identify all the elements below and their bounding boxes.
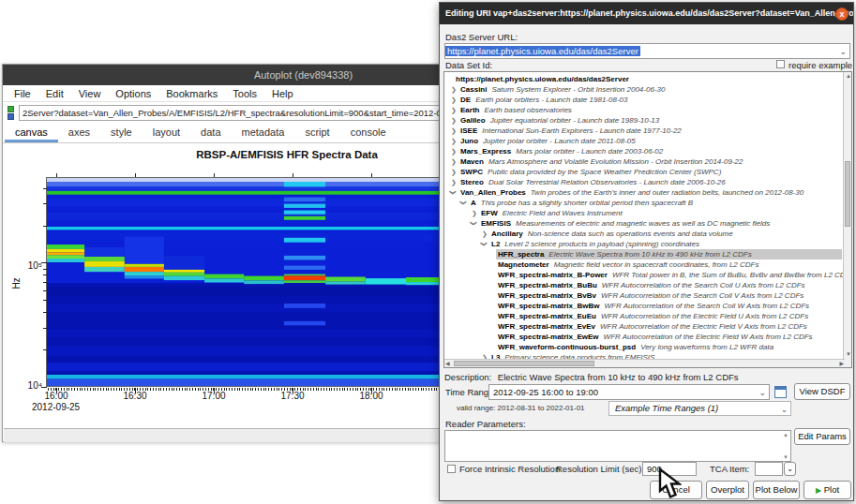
tree-row-mars_express[interactable]: ❯Mars_ExpressMars polar orbiter - Launch…: [444, 146, 851, 156]
tab-axes[interactable]: axes: [58, 124, 100, 142]
vertical-scrollbar-thumb[interactable]: [845, 161, 850, 227]
description-label: Description:: [444, 372, 491, 382]
spinner-up-icon[interactable]: ▲: [783, 432, 788, 437]
menu-edit[interactable]: Edit: [38, 85, 71, 102]
tree-item-description: Public data provided by the Space Weathe…: [483, 168, 721, 176]
tree-row-ancillary[interactable]: ❯AncillaryNon-science data such as opera…: [444, 229, 851, 239]
tab-console[interactable]: console: [340, 124, 397, 142]
edit-params-button[interactable]: Edit Params: [794, 428, 850, 445]
tca-item-label: TCA Item:: [710, 464, 749, 474]
tree-row-wfr_spectral-matrix_bvbv[interactable]: WFR_spectral-matrix_BvBvWFR Autocorrelat…: [444, 290, 851, 301]
tab-canvas[interactable]: canvas: [5, 124, 58, 142]
x-minor-tick: [415, 388, 416, 391]
dataset-tree[interactable]: https://planet.physics.uiowa.edu/das/das…: [443, 71, 852, 368]
tree-collapsed-icon[interactable]: ❯: [472, 208, 477, 218]
tree-collapsed-icon[interactable]: ❯: [451, 126, 457, 136]
tree-row-wfr_spectral-matrix_eueu[interactable]: WFR_spectral-matrix_EuEuWFR Autocorrelat…: [444, 311, 851, 321]
plot-button[interactable]: ▶ Plot: [803, 481, 851, 499]
spinner-down-icon[interactable]: ▼: [783, 454, 788, 460]
tree-row-wfr_waveform-continuous-burst_psd[interactable]: WFR_waveform-continuous-burst_psdVery lo…: [444, 342, 851, 352]
tab-style[interactable]: style: [100, 124, 143, 142]
tree-row-hfr_spectra[interactable]: HFR_spectraElectric Wave Spectra from 10…: [444, 249, 851, 259]
tree-row-juno[interactable]: ❯JunoJupiter polar orbiter - Launch date…: [444, 136, 851, 146]
screen: Autoplot (dev894338) FileEditViewOptions…: [0, 0, 856, 504]
tree-row-stereo[interactable]: ❯StereoDual Solar Terrestrial Relation O…: [444, 177, 851, 187]
tab-script[interactable]: script: [294, 124, 339, 142]
close-icon[interactable]: x: [835, 7, 848, 21]
tree-expanded-icon[interactable]: ❯: [479, 242, 489, 247]
require-example-time-checkbox[interactable]: [776, 60, 785, 68]
tree-row-de[interactable]: ❯DEEarth polar orbiters - Launch date 19…: [444, 95, 851, 105]
play-icon: ▶: [816, 486, 821, 495]
server-url-combo[interactable]: https://planet.physics.uiowa.edu/das/das…: [444, 43, 850, 59]
tree-collapsed-icon[interactable]: ❯: [451, 136, 457, 146]
tree-expanded-icon[interactable]: ❯: [469, 221, 479, 227]
menu-bookmarks[interactable]: Bookmarks: [158, 85, 225, 102]
horizontal-scrollbar-thumb[interactable]: [454, 361, 594, 366]
menu-file[interactable]: File: [7, 85, 38, 102]
tree-row-wfr_spectral-matrix_b-power[interactable]: WFR_spectral-matrix_B-PowerWFR Total pow…: [444, 270, 851, 280]
tree-row-httpsplanetphysicsuiowaedudasdas2server[interactable]: https://planet.physics.uiowa.edu/das/das…: [444, 74, 851, 84]
tree-collapsed-icon[interactable]: ❯: [482, 229, 488, 239]
tree-expanded-icon[interactable]: ❯: [458, 200, 469, 206]
tree-row-cassini[interactable]: ❯CassiniSaturn System Explorer - Orbit I…: [444, 84, 851, 95]
scroll-down-icon[interactable]: ▼: [846, 350, 851, 359]
scroll-right-icon[interactable]: ▶: [839, 360, 844, 368]
menu-options[interactable]: Options: [108, 85, 158, 102]
tree-row-earth[interactable]: ❯EarthEarth based observatories: [444, 105, 851, 115]
tree-row-wfr_spectral-matrix_bwbw[interactable]: WFR_spectral-matrix_BwBwWFR Autocorrelat…: [444, 301, 851, 311]
x-minor-tick: [339, 388, 340, 391]
tree-item-name: EMFISISMeasurements of electric and magn…: [481, 218, 770, 229]
view-dsdf-button[interactable]: View DSDF: [794, 383, 850, 400]
reader-parameters-textarea[interactable]: ▲ ▼: [444, 430, 791, 462]
tree-collapsed-icon[interactable]: ❯: [451, 156, 457, 167]
tree-collapsed-icon[interactable]: ❯: [451, 177, 457, 187]
tree-row-wfr_spectral-matrix_evev[interactable]: WFR_spectral-matrix_EvEvWFR Autocorrelat…: [444, 321, 851, 332]
tree-item-name: EFWElectric Field and Waves Instrument: [481, 208, 623, 218]
tree-row-van_allen_probes[interactable]: ❯Van_Allen_ProbesTwin probes of the Eart…: [444, 187, 851, 198]
tree-expanded-icon[interactable]: ❯: [448, 190, 458, 196]
plot-below-button[interactable]: Plot Below: [753, 481, 800, 499]
horizontal-scrollbar[interactable]: ◀ ▶: [444, 359, 845, 367]
tab-layout[interactable]: layout: [143, 124, 190, 142]
chevron-down-icon[interactable]: ⌄: [839, 45, 847, 59]
scroll-up-icon[interactable]: ▲: [846, 72, 851, 81]
scroll-left-icon[interactable]: ◀: [445, 360, 450, 368]
tree-row-galileo[interactable]: ❯GalileoJupiter equatorial orbiter - Lau…: [444, 115, 851, 126]
tree-row-l2[interactable]: ❯L2Level 2 science products in payload (…: [444, 239, 851, 249]
tca-item-input[interactable]: [755, 462, 783, 476]
tree-collapsed-icon[interactable]: ❯: [451, 115, 457, 126]
tree-row-efw[interactable]: ❯EFWElectric Field and Waves Instrument: [444, 208, 851, 218]
menu-tools[interactable]: Tools: [225, 85, 264, 102]
menu-view[interactable]: View: [71, 85, 109, 102]
tree-row-maven[interactable]: ❯MavenMars Atmosphere and Volatile Evolu…: [444, 156, 851, 167]
tree-row-a[interactable]: ❯AThis probe has a slightly shorter orbi…: [444, 198, 851, 208]
example-time-ranges-combo[interactable]: Example Time Ranges (1) ⌄: [608, 401, 791, 416]
tca-chevron-button[interactable]: ⌄: [784, 462, 796, 476]
tree-row-swpc[interactable]: ❯SWPCPublic data provided by the Space W…: [444, 167, 851, 177]
vertical-scrollbar[interactable]: ▲ ▼: [843, 72, 851, 367]
dialog-title: Editing URI vap+das2server:https://plane…: [440, 3, 853, 24]
x-minor-tick: [182, 388, 183, 391]
tree-collapsed-icon[interactable]: ❯: [451, 167, 457, 177]
x-minor-tick: [408, 388, 409, 391]
tree-row-wfr_spectral-matrix_bubu[interactable]: WFR_spectral-matrix_BuBuWFR Autocorrelat…: [444, 280, 851, 290]
tab-metadata[interactable]: metadata: [232, 124, 295, 142]
tree-collapsed-icon[interactable]: ❯: [451, 146, 457, 156]
tree-row-magnetometer[interactable]: MagnetometerMagnetic field vector in spa…: [444, 259, 851, 270]
tree-collapsed-icon[interactable]: ❯: [451, 95, 457, 105]
chevron-down-icon[interactable]: ⌄: [780, 403, 788, 416]
tree-row-wfr_spectral-matrix_ewew[interactable]: WFR_spectral-matrix_EwEwWFR Autocorrelat…: [444, 332, 851, 342]
tree-collapsed-icon[interactable]: ❯: [451, 105, 457, 115]
chevron-down-icon[interactable]: ⌄: [758, 386, 766, 400]
tree-row-isee[interactable]: ❯ISEEInternational Sun-Earth Explorers -…: [444, 126, 851, 136]
menu-help[interactable]: Help: [264, 85, 301, 102]
time-range-combo[interactable]: 2012-09-25 16:00 to 19:00 ⌄: [488, 384, 770, 400]
force-intrinsic-resolution-checkbox[interactable]: [447, 465, 456, 473]
overplot-button[interactable]: Overplot: [706, 481, 749, 499]
tab-data[interactable]: data: [190, 124, 231, 142]
x-minor-tick: [255, 388, 256, 391]
tree-row-emfisis[interactable]: ❯EMFISISMeasurements of electric and mag…: [444, 218, 851, 229]
tree-collapsed-icon[interactable]: ❯: [451, 84, 457, 95]
calendar-icon[interactable]: [774, 386, 787, 398]
